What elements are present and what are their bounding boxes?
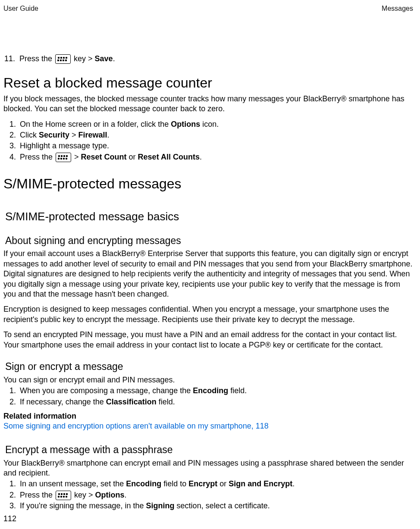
content-area: Press the key > Save. Reset a blocked me…	[0, 54, 417, 511]
passphrase-steps: In an unsent message, set the Encoding f…	[3, 479, 413, 511]
blackberry-key-icon	[56, 491, 71, 500]
step-11-post: key >	[72, 54, 95, 63]
heading-smime: S/MIME-protected messages	[3, 175, 413, 193]
page-header: User Guide Messages	[0, 4, 417, 13]
heading-reset-counter: Reset a blocked message counter	[3, 74, 413, 92]
pass-step-3: If you're signing the message, in the Si…	[18, 501, 413, 511]
heading-about-signing: About signing and encrypting messages	[5, 235, 413, 247]
about-p3: To send an encrypted PIN message, you mu…	[3, 330, 413, 350]
reset-step-2: Click Security > Firewall.	[18, 130, 413, 140]
heading-encrypt-passphrase: Encrypt a message with a passphrase	[5, 444, 413, 457]
heading-sign-or-encrypt: Sign or encrypt a message	[5, 360, 413, 373]
sign-encrypt-intro: You can sign or encrypt email and PIN me…	[3, 375, 413, 385]
page-footer: 112	[0, 514, 20, 524]
pass-step-1: In an unsent message, set the Encoding f…	[18, 479, 413, 489]
step-11-pre: Press the	[19, 54, 54, 63]
sign-encrypt-steps: When you are composing a message, change…	[3, 386, 413, 407]
reset-step-4: Press the > Reset Count or Reset All Cou…	[18, 152, 413, 162]
blackberry-key-icon	[55, 54, 71, 64]
sign-step-1: When you are composing a message, change…	[18, 386, 413, 396]
about-p1: If your email account uses a BlackBerry®…	[3, 249, 413, 299]
pass-step-2: Press the key > Options.	[18, 490, 413, 500]
about-p2: Encryption is designed to keep messages …	[3, 304, 413, 325]
reset-step-3: Highlight a message type.	[18, 141, 413, 151]
blackberry-key-icon	[56, 153, 71, 162]
header-left: User Guide	[3, 4, 38, 13]
continued-step-list: Press the key > Save.	[3, 54, 413, 64]
page-root: User Guide Messages Press the key > Save…	[0, 0, 420, 529]
related-info-heading: Related information	[3, 411, 413, 421]
heading-smime-basics: S/MIME-protected message basics	[5, 210, 413, 224]
reset-counter-intro: If you block messages, the blocked messa…	[3, 94, 413, 114]
step-11-tail: .	[113, 54, 115, 63]
step-11-action: Save	[95, 54, 113, 63]
sign-step-2: If necessary, change the Classification …	[18, 397, 413, 407]
step-11: Press the key > Save.	[3, 54, 413, 64]
page-number: 112	[3, 514, 16, 523]
related-link[interactable]: Some signing and encryption options aren…	[3, 422, 269, 430]
reset-step-1: On the Home screen or in a folder, click…	[18, 119, 413, 129]
reset-counter-steps: On the Home screen or in a folder, click…	[3, 119, 413, 163]
header-right: Messages	[382, 4, 413, 13]
passphrase-intro: Your BlackBerry® smartphone can encrypt …	[3, 458, 413, 479]
